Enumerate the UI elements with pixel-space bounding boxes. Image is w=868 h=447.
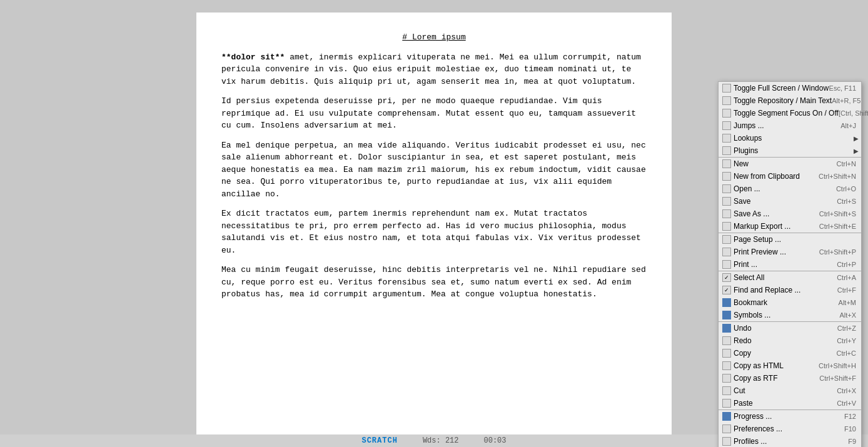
menu-icon-27 bbox=[721, 411, 732, 421]
menu-item-10[interactable]: SaveCtrl+S bbox=[719, 195, 861, 208]
menu-label-22: Copy bbox=[732, 349, 837, 358]
menu-label-14: Print Preview ... bbox=[732, 248, 819, 256]
paragraph-5: Mea cu minim feugait deseruisse, hinc de… bbox=[221, 264, 647, 301]
menu-shortcut-25: Ctrl+X bbox=[837, 387, 859, 394]
menu-icon-16: ✓ bbox=[721, 273, 732, 283]
menu-item-7[interactable]: NewCtrl+N bbox=[719, 157, 861, 170]
menu-shortcut-28: F10 bbox=[844, 425, 859, 433]
menu-shortcut-22: Ctrl+C bbox=[837, 349, 859, 357]
menu-shortcut-12: Ctrl+Shift+E bbox=[819, 223, 859, 230]
menu-label-8: New from Clipboard bbox=[732, 172, 819, 181]
menu-item-22[interactable]: CopyCtrl+C bbox=[719, 347, 861, 359]
menu-icon-8 bbox=[721, 171, 732, 181]
menu-shortcut-15: Ctrl+P bbox=[837, 261, 859, 268]
menu-item-24[interactable]: Copy as RTFCtrl+Shift+F bbox=[719, 372, 861, 384]
menu-label-26: Paste bbox=[732, 399, 837, 408]
menu-label-29: Profiles ... bbox=[732, 437, 848, 446]
menu-item-21[interactable]: RedoCtrl+Y bbox=[719, 334, 861, 347]
menu-shortcut-2: Alt+R, F5 bbox=[832, 97, 863, 104]
menu-shortcut-18: Alt+M bbox=[839, 299, 859, 306]
menu-icon-26 bbox=[721, 398, 732, 408]
menu-label-7: New bbox=[732, 159, 837, 168]
menu-shortcut-4: Alt+J bbox=[840, 122, 859, 129]
menu-label-11: Save As ... bbox=[732, 209, 819, 218]
menu-item-28[interactable]: Preferences ...F10 bbox=[719, 423, 861, 435]
menu-shortcut-17: Ctrl+F bbox=[837, 286, 859, 294]
menu-label-4: Jumps ... bbox=[732, 121, 840, 130]
menu-label-3: Toggle Segment Focus On / Off bbox=[732, 109, 839, 118]
menu-icon-18 bbox=[721, 298, 732, 308]
menu-icon-20 bbox=[721, 323, 732, 333]
menu-shortcut-21: Ctrl+Y bbox=[837, 337, 859, 344]
menu-icon-11 bbox=[721, 209, 732, 219]
menu-shortcut-8: Ctrl+Shift+N bbox=[819, 173, 859, 180]
menu-shortcut-29: F9 bbox=[848, 438, 859, 445]
menu-item-26[interactable]: PasteCtrl+V bbox=[719, 397, 861, 409]
menu-shortcut-9: Ctrl+O bbox=[836, 185, 859, 193]
menu-icon-15 bbox=[721, 259, 732, 269]
menu-icon-22 bbox=[721, 348, 732, 358]
menu-shortcut-27: F12 bbox=[844, 413, 859, 420]
menu-item-6[interactable]: Plugins▶ bbox=[719, 144, 861, 157]
menu-icon-23 bbox=[721, 361, 732, 371]
menu-icon-2 bbox=[721, 96, 732, 106]
menu-icon-28 bbox=[721, 424, 732, 434]
menu-shortcut-19: Alt+X bbox=[839, 311, 859, 319]
menu-icon-17: ✓ bbox=[721, 285, 732, 295]
menu-item-23[interactable]: Copy as HTMLCtrl+Shift+H bbox=[719, 359, 861, 372]
menu-item-11[interactable]: Save As ...Ctrl+Shift+S bbox=[719, 208, 861, 220]
menu-label-5: Lookups bbox=[732, 134, 854, 143]
menu-shortcut-24: Ctrl+Shift+F bbox=[819, 374, 859, 382]
editor-page[interactable]: # Lorem ipsum **dolor sit** amet, inermi… bbox=[196, 13, 672, 438]
bold-text: **dolor sit** bbox=[221, 53, 285, 62]
menu-item-19[interactable]: Symbols ...Alt+X bbox=[719, 309, 861, 321]
menu-item-25[interactable]: CutCtrl+X bbox=[719, 384, 861, 397]
menu-icon-4 bbox=[721, 121, 732, 131]
menu-item-1[interactable]: Toggle Full Screen / WindowEsc, F11 bbox=[719, 82, 861, 94]
menu-item-15[interactable]: Print ...Ctrl+P bbox=[719, 258, 861, 271]
paragraph-2: Id persius expetenda deseruisse pri, per… bbox=[221, 95, 647, 132]
menu-item-18[interactable]: BookmarkAlt+M bbox=[719, 296, 861, 309]
menu-arrow-5: ▶ bbox=[854, 135, 859, 142]
menu-shortcut-14: Ctrl+Shift+P bbox=[819, 248, 859, 256]
menu-item-13[interactable]: Page Setup ... bbox=[719, 233, 861, 246]
menu-label-13: Page Setup ... bbox=[732, 235, 859, 244]
menu-shortcut-10: Ctrl+S bbox=[837, 198, 859, 205]
menu-label-23: Copy as HTML bbox=[732, 361, 819, 370]
menu-shortcut-1: Esc, F11 bbox=[829, 84, 859, 92]
menu-item-29[interactable]: Profiles ...F9 bbox=[719, 435, 861, 447]
menu-item-5[interactable]: Lookups▶ bbox=[719, 132, 861, 144]
menu-label-2: Toggle Repository / Main Text bbox=[732, 96, 832, 105]
menu-shortcut-3: [Ctrl, Shift] F6 bbox=[839, 109, 868, 117]
menu-item-4[interactable]: Jumps ...Alt+J bbox=[719, 119, 861, 132]
menu-icon-1 bbox=[721, 83, 732, 93]
menu-icon-25 bbox=[721, 386, 732, 396]
menu-label-20: Undo bbox=[732, 324, 837, 333]
menu-item-3[interactable]: Toggle Segment Focus On / Off[Ctrl, Shif… bbox=[719, 107, 861, 119]
menu-item-16[interactable]: ✓Select AllCtrl+A bbox=[719, 271, 861, 284]
menu-icon-9 bbox=[721, 184, 732, 194]
menu-item-17[interactable]: ✓Find and Replace ...Ctrl+F bbox=[719, 284, 861, 296]
word-count: Wds: 212 bbox=[423, 436, 459, 445]
menu-item-14[interactable]: Print Preview ...Ctrl+Shift+P bbox=[719, 246, 861, 258]
menu-icon-3 bbox=[721, 108, 732, 118]
menu-item-12[interactable]: Markup Export ...Ctrl+Shift+E bbox=[719, 220, 861, 233]
menu-shortcut-16: Ctrl+A bbox=[837, 274, 859, 281]
menu-item-27[interactable]: Progress ...F12 bbox=[719, 409, 861, 423]
menu-icon-14 bbox=[721, 247, 732, 257]
menu-label-1: Toggle Full Screen / Window bbox=[732, 84, 829, 93]
menu-item-2[interactable]: Toggle Repository / Main TextAlt+R, F5 bbox=[719, 94, 861, 107]
menu-label-17: Find and Replace ... bbox=[732, 286, 837, 294]
menu-label-21: Redo bbox=[732, 336, 837, 345]
document-title: # Lorem ipsum bbox=[221, 31, 647, 44]
menu-item-9[interactable]: Open ...Ctrl+O bbox=[719, 183, 861, 195]
menu-item-8[interactable]: New from ClipboardCtrl+Shift+N bbox=[719, 170, 861, 183]
paragraph-3: Ea mel denique perpetua, an mea vide ali… bbox=[221, 139, 647, 201]
paragraph-1: **dolor sit** amet, inermis explicari vi… bbox=[221, 51, 647, 88]
menu-shortcut-23: Ctrl+Shift+H bbox=[819, 362, 859, 369]
menu-label-15: Print ... bbox=[732, 260, 837, 269]
menu-item-20[interactable]: UndoCtrl+Z bbox=[719, 321, 861, 334]
menu-shortcut-7: Ctrl+N bbox=[837, 160, 859, 168]
scratch-label: SCRATCH bbox=[361, 436, 397, 445]
context-menu: Toggle Full Screen / WindowEsc, F11Toggl… bbox=[718, 81, 862, 447]
